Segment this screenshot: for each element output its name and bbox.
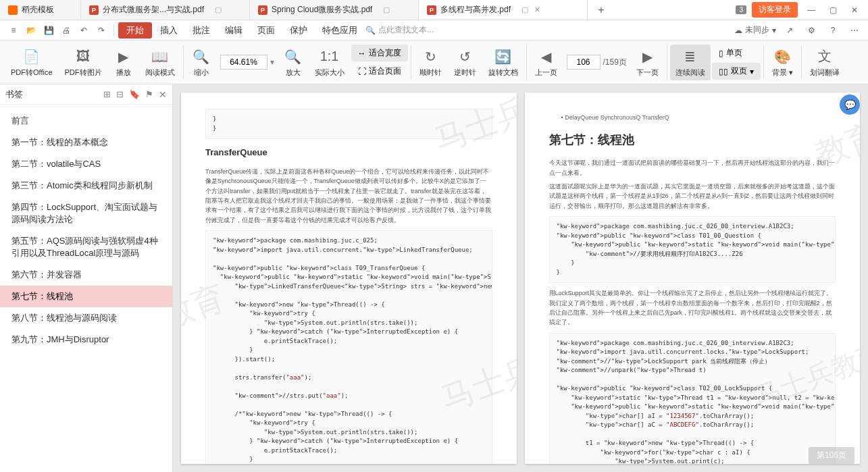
print-icon[interactable]: 🖨 (58, 22, 74, 38)
settings-icon[interactable]: ⚙ (803, 22, 819, 38)
tool-rotate-ccw[interactable]: ↺ 逆时针 (449, 45, 482, 80)
tool-pdf-office[interactable]: 📄 PDF转Office (5, 45, 58, 80)
tool-zoom-out[interactable]: 🔍 缩小 (186, 45, 216, 80)
tab-doc-1[interactable]: P 分布式微服务架...与实战.pdf ▢ (81, 0, 250, 20)
bookmark-item[interactable]: 第七节：线程池 (0, 286, 172, 307)
menubar: ≡ 📂 💾 🖨 ↶ ↷ 开始 插入 批注 编辑 页面 保护 特色应用 🔍 点此查… (0, 20, 868, 41)
menu-protect[interactable]: 保护 (283, 22, 314, 38)
double-page-icon: ▯▯ (719, 67, 728, 76)
pages-area[interactable]: 马士兵 教育 马士兵 } } TransferQueue TransferQue… (173, 84, 868, 472)
toolbar: 📄 PDF转Office 🖼 PDF转图片 ▶ 播放 📖 阅读模式 🔍 缩小 ▾… (0, 41, 868, 84)
help-icon[interactable]: ? (825, 22, 841, 38)
zoom-in-icon: 🔍 (284, 47, 303, 66)
tool-zoom-in[interactable]: 🔍 放大 (278, 45, 308, 80)
pdf-icon: P (89, 5, 99, 15)
tool-double-page[interactable]: ▯▯ 双页 ▾ (712, 63, 761, 80)
tool-continuous[interactable]: ≣ 连续阅读 (670, 45, 711, 80)
chevron-down-icon: ▾ (750, 67, 754, 76)
tool-background[interactable]: 🎨 背景 ▾ (767, 45, 798, 80)
continuous-icon: ≣ (681, 47, 700, 66)
menu-page[interactable]: 页面 (251, 22, 282, 38)
tab-label: 稻壳模板 (22, 4, 54, 16)
menu-insert[interactable]: 插入 (153, 22, 184, 38)
more-icon[interactable]: ⋯ (846, 22, 863, 38)
bookmark-item[interactable]: 前言 (0, 110, 172, 132)
undo-icon[interactable]: ↶ (76, 22, 92, 38)
pdf-icon: P (258, 5, 267, 15)
fit-page-icon: ⛶ (358, 67, 366, 76)
expand-icon[interactable]: ⊞ (103, 89, 111, 99)
tool-rotate-doc[interactable]: 🔄 旋转文档 (483, 45, 524, 80)
maximize-icon[interactable]: ▢ (825, 5, 841, 15)
menu-special[interactable]: 特色应用 (315, 22, 364, 38)
bookmark-item[interactable]: 第一节：线程的基本概念 (0, 132, 172, 153)
redo-icon[interactable]: ↷ (93, 22, 109, 38)
menu-start[interactable]: 开始 (118, 22, 152, 38)
page-total: /159页 (603, 57, 627, 68)
code-block: "kw-keyword">package com.mashibing.juc.c… (205, 230, 492, 464)
login-button[interactable]: 访客登录 (752, 2, 798, 18)
tool-prev-page[interactable]: ◀ 上一页 (530, 45, 563, 80)
bookmark-item[interactable]: 第六节：并发容器 (0, 264, 172, 286)
single-page-icon: ▯ (719, 49, 723, 58)
page-input[interactable] (567, 55, 601, 70)
chevron-down-icon[interactable]: ▾ (270, 57, 274, 67)
menu-icon[interactable]: ≡ (5, 22, 22, 38)
restore-icon[interactable]: ▢ (520, 5, 530, 15)
actual-size-icon: 1:1 (320, 47, 339, 66)
tool-fit-width[interactable]: ↔ 适合宽度 (351, 45, 408, 61)
share-icon[interactable]: ↗ (782, 22, 798, 38)
tool-translate[interactable]: 文 划词翻译 (805, 45, 845, 80)
tool-play[interactable]: ▶ 播放 (109, 45, 138, 80)
save-icon[interactable]: 💾 (41, 22, 57, 38)
convert-office-icon: 📄 (22, 47, 41, 66)
bookmark-item[interactable]: 第三节：Atomic类和线程同步新机制 (0, 175, 172, 196)
tab-template[interactable]: 稻壳模板 (0, 0, 81, 20)
bookmark-item[interactable]: 第五节：AQS源码阅读与强软弱虚4种引用以及ThreadLocal原理与源码 (0, 230, 172, 264)
tool-read-mode[interactable]: 📖 阅读模式 (140, 45, 180, 80)
tab-doc-2[interactable]: P Spring Cloud微服务实战.pdf ▢ (250, 0, 419, 20)
bookmark-item[interactable]: 第八节：线程池与源码阅读 (0, 307, 172, 329)
collapse-icon[interactable]: ⊟ (116, 89, 124, 99)
tool-single-page[interactable]: ▯ 单页 (712, 45, 761, 61)
menu-edit[interactable]: 编辑 (218, 22, 249, 38)
new-tab-button[interactable]: + (588, 0, 615, 20)
close-sidebar-icon[interactable]: ✕ (159, 89, 167, 100)
sync-status[interactable]: ☁ 未同步 ▾ (734, 24, 776, 36)
background-icon: 🎨 (773, 47, 792, 66)
bookmark-icon[interactable]: ⚑ (145, 89, 153, 99)
pdf-page-right: 教育 马士兵教育 • DelayQueue SynchronousQ Trans… (525, 93, 861, 464)
rotate-doc-icon: 🔄 (494, 47, 513, 66)
tool-fit-page[interactable]: ⛶ 适合页面 (351, 63, 408, 80)
bookmark-add-icon[interactable]: 🔖 (129, 89, 140, 99)
rotate-ccw-icon: ↺ (455, 47, 474, 66)
search-box[interactable]: 🔍 点此查找文本... (365, 24, 434, 36)
paragraph: 这道面试题呢实际上是华为的一道面试题，其实它里面是一道填空题，后来就很多的开始考… (549, 182, 836, 211)
tool-next-page[interactable]: ▶ 下一页 (631, 45, 664, 80)
bookmark-item[interactable]: 第二节：volatile与CAS (0, 153, 172, 175)
open-icon[interactable]: 📂 (23, 22, 39, 38)
notification-badge[interactable]: 3 (736, 5, 746, 14)
paragraph: 今天这节课呢，我们通过一道面试把前面讲的哪些基础复习一下，然后再开始线程池这部分… (549, 158, 836, 178)
convert-image-icon: 🖼 (74, 47, 93, 66)
sidebar-title: 书签 (5, 88, 23, 101)
next-page-icon: ▶ (638, 47, 657, 66)
minimize-icon[interactable]: ― (803, 5, 819, 15)
bookmark-item[interactable]: 第四节：LockSupport、淘宝面试题与源码阅读方法论 (0, 196, 172, 230)
restore-icon[interactable]: ▢ (213, 5, 223, 15)
restore-icon[interactable]: ▢ (382, 5, 391, 15)
close-window-icon[interactable]: ✕ (846, 5, 863, 15)
tab-doc-3[interactable]: P 多线程与高并发.pdf ▢ ✕ (419, 0, 588, 20)
pdf-page-left: 马士兵 教育 马士兵 } } TransferQueue TransferQue… (181, 93, 517, 464)
tab-label: 多线程与高并发.pdf (440, 4, 511, 16)
zoom-input[interactable] (220, 55, 267, 70)
play-icon: ▶ (114, 47, 133, 66)
pdf-icon: P (427, 5, 436, 15)
tool-rotate-cw[interactable]: ↻ 顺时针 (414, 45, 447, 80)
float-assistant-button[interactable]: 💬 (840, 95, 860, 115)
tool-actual-size[interactable]: 1:1 实际大小 (309, 45, 350, 80)
menu-annotate[interactable]: 批注 (186, 22, 217, 38)
tool-pdf-image[interactable]: 🖼 PDF转图片 (59, 45, 107, 80)
bookmark-item[interactable]: 第九节：JMH与Disruptor (0, 329, 172, 350)
close-icon[interactable]: ✕ (532, 5, 542, 15)
